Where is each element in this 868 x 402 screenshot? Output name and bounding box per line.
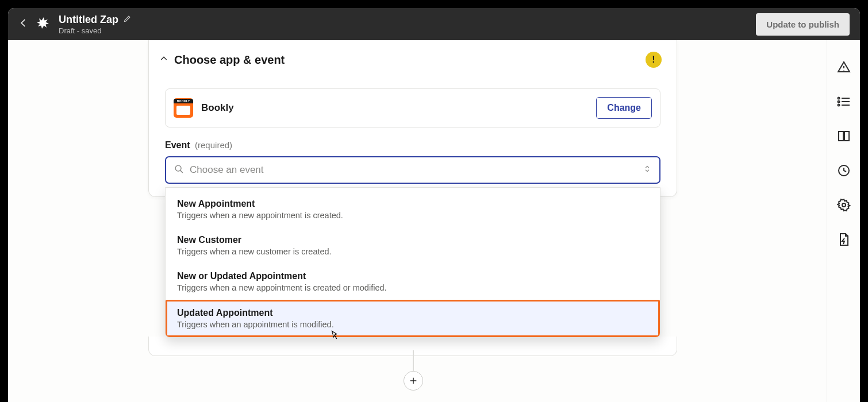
event-option[interactable]: New or Updated Appointment Triggers when… [166,264,660,300]
zap-title[interactable]: Untitled Zap [59,14,118,26]
warning-badge-icon: ! [646,52,662,68]
gear-icon[interactable] [836,198,851,212]
event-option-title: New Customer [177,235,648,245]
search-icon [174,164,184,176]
svg-point-0 [175,165,181,171]
event-option[interactable]: New Customer Triggers when a new custome… [166,227,660,264]
svg-point-11 [838,105,839,106]
event-option-title: New Appointment [177,199,648,209]
event-option-title: New or Updated Appointment [177,271,648,281]
event-option[interactable]: New Appointment Triggers when a new appo… [166,191,660,227]
event-option-desc: Triggers when a new customer is created. [177,247,648,256]
zapier-logo-icon [37,16,51,32]
event-field-required: (required) [195,140,232,150]
zap-status: Draft - saved [59,26,132,35]
chevron-up-icon[interactable] [159,54,168,65]
change-app-button[interactable]: Change [596,97,652,119]
trigger-step-card: Choose app & event ! Bookly Change Event… [148,40,677,197]
app-name: Bookly [201,102,234,114]
bookly-app-icon [174,98,193,118]
event-option-desc: Triggers when an appointment is modified… [177,320,648,329]
event-option-highlighted[interactable]: Updated Appointment Triggers when an app… [166,300,660,337]
svg-point-10 [838,101,839,103]
book-icon[interactable] [836,129,851,144]
section-title: Choose app & event [174,53,285,67]
event-field-label: Event [165,140,190,150]
selected-app-row: Bookly Change [165,88,660,127]
svg-point-9 [838,98,839,99]
event-option-title: Updated Appointment [177,308,648,318]
svg-point-14 [842,203,846,207]
list-icon[interactable] [836,94,851,109]
event-option-desc: Triggers when a new appointment is creat… [177,283,648,292]
right-rail [827,40,860,402]
alert-icon[interactable] [836,60,851,75]
back-icon[interactable] [18,18,29,30]
publish-button[interactable]: Update to publish [756,13,850,36]
svg-line-1 [180,170,183,172]
edit-title-icon[interactable] [123,14,132,25]
add-step-button[interactable] [404,371,423,391]
file-bolt-icon[interactable] [836,232,851,247]
clock-icon[interactable] [836,163,851,178]
event-option-desc: Triggers when a new appointment is creat… [177,211,648,220]
sort-icon [643,164,651,176]
event-select-input[interactable]: Choose an event [165,156,660,184]
connector-line [413,350,414,373]
event-select-placeholder: Choose an event [190,164,637,176]
event-dropdown: New Appointment Triggers when a new appo… [165,187,660,338]
